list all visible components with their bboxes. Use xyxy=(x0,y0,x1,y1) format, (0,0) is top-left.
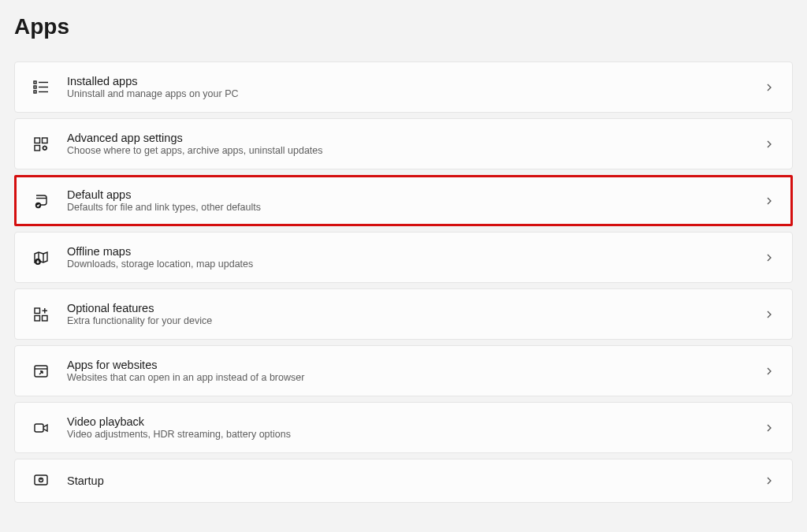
svg-rect-0 xyxy=(34,81,36,84)
offline-maps-item[interactable]: Offline maps Downloads, storage location… xyxy=(14,232,793,283)
item-title: Installed apps xyxy=(67,75,764,87)
optional-features-icon xyxy=(32,306,50,323)
item-text: Startup xyxy=(67,474,764,488)
item-text: Video playback Video adjustments, HDR st… xyxy=(67,415,764,440)
svg-point-9 xyxy=(43,146,46,149)
video-playback-icon xyxy=(32,419,50,437)
default-apps-icon xyxy=(32,192,50,210)
chevron-right-icon xyxy=(764,366,775,377)
item-text: Optional features Extra functionality fo… xyxy=(67,302,764,326)
startup-icon xyxy=(32,472,50,489)
chevron-right-icon xyxy=(764,475,775,486)
item-title: Video playback xyxy=(67,415,764,428)
svg-rect-1 xyxy=(34,86,36,88)
item-title: Optional features xyxy=(67,302,764,314)
item-text: Advanced app settings Choose where to ge… xyxy=(67,132,764,156)
item-desc: Defaults for file and link types, other … xyxy=(67,202,764,213)
chevron-right-icon xyxy=(764,82,775,93)
chevron-right-icon xyxy=(764,422,775,433)
startup-item[interactable]: Startup xyxy=(14,459,793,503)
item-desc: Uninstall and manage apps on your PC xyxy=(67,88,764,99)
installed-apps-item[interactable]: Installed apps Uninstall and manage apps… xyxy=(14,61,793,113)
item-title: Advanced app settings xyxy=(67,132,764,144)
item-text: Apps for websites Websites that can open… xyxy=(67,359,764,383)
chevron-right-icon xyxy=(764,139,775,150)
offline-maps-icon xyxy=(32,249,50,266)
apps-for-websites-icon xyxy=(32,363,50,380)
page-title: Apps xyxy=(14,14,793,39)
item-desc: Video adjustments, HDR streaming, batter… xyxy=(67,429,764,440)
item-desc: Websites that can open in an app instead… xyxy=(67,372,764,383)
chevron-right-icon xyxy=(764,195,775,206)
item-title: Apps for websites xyxy=(67,359,764,371)
item-text: Offline maps Downloads, storage location… xyxy=(67,245,764,270)
svg-rect-22 xyxy=(35,424,43,432)
svg-rect-7 xyxy=(43,138,48,143)
item-desc: Choose where to get apps, archive apps, … xyxy=(67,145,764,156)
item-desc: Extra functionality for your device xyxy=(67,315,764,326)
installed-apps-icon xyxy=(32,79,50,96)
svg-rect-8 xyxy=(35,145,40,151)
svg-rect-17 xyxy=(43,315,48,321)
item-text: Default apps Defaults for file and link … xyxy=(67,188,764,213)
apps-for-websites-item[interactable]: Apps for websites Websites that can open… xyxy=(14,345,793,396)
chevron-right-icon xyxy=(764,252,775,263)
default-apps-item[interactable]: Default apps Defaults for file and link … xyxy=(14,175,793,226)
advanced-app-settings-item[interactable]: Advanced app settings Choose where to ge… xyxy=(14,118,793,169)
item-desc: Downloads, storage location, map updates xyxy=(67,259,764,270)
settings-list: Installed apps Uninstall and manage apps… xyxy=(14,61,793,505)
item-title: Offline maps xyxy=(67,245,764,258)
item-title: Startup xyxy=(67,474,764,487)
item-title: Default apps xyxy=(67,188,764,201)
item-text: Installed apps Uninstall and manage apps… xyxy=(67,75,764,99)
video-playback-item[interactable]: Video playback Video adjustments, HDR st… xyxy=(14,402,793,453)
svg-rect-15 xyxy=(35,308,40,314)
svg-rect-6 xyxy=(35,138,40,143)
chevron-right-icon xyxy=(764,309,775,320)
optional-features-item[interactable]: Optional features Extra functionality fo… xyxy=(14,288,793,340)
advanced-app-settings-icon xyxy=(32,136,50,153)
svg-rect-16 xyxy=(35,315,40,321)
svg-rect-2 xyxy=(34,91,36,93)
